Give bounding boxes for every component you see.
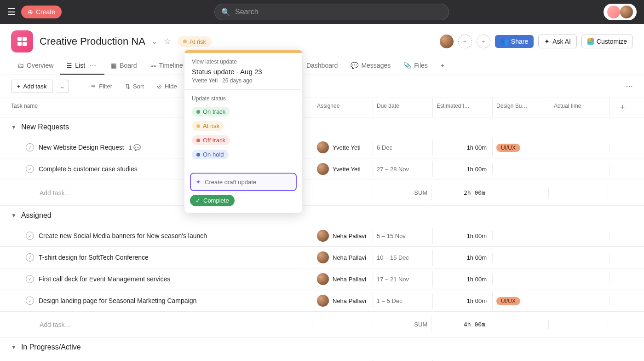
tab-more-icon[interactable]: ⋯ — [88, 62, 98, 69]
member-avatar[interactable] — [440, 35, 454, 48]
status-option-on-track[interactable]: On track — [192, 105, 295, 119]
menu-icon[interactable]: ☰ — [7, 6, 16, 17]
create-button[interactable]: ⊕ Create — [21, 6, 62, 18]
customize-button[interactable]: Customize — [581, 35, 633, 48]
status-chip[interactable]: At risk — [178, 36, 212, 47]
sort-label: Sort — [133, 83, 144, 90]
task-row[interactable]: Design landing page for Seasonal Marketi… — [0, 290, 644, 312]
tab-dashboard[interactable]: Dashboard — [300, 57, 345, 75]
collapse-icon[interactable]: ▼ — [11, 344, 17, 350]
due-date[interactable]: 27 – 28 Nov — [373, 161, 432, 177]
task-row[interactable]: T-shirt design for SoftTech Conference N… — [0, 247, 644, 268]
est-time[interactable]: 1h 00m — [432, 360, 492, 361]
assignee-avatar — [317, 163, 329, 175]
collapse-icon[interactable]: ▼ — [11, 212, 17, 219]
view-latest-link[interactable]: View latest update — [192, 58, 295, 65]
filter-button[interactable]: ⫧Filter — [86, 80, 117, 93]
col-est[interactable]: Estimated t… — [432, 98, 492, 117]
est-time[interactable]: 1h 00m — [432, 271, 492, 287]
status-option-off-track[interactable]: Off track — [192, 133, 295, 147]
tab-files[interactable]: 📎Files — [397, 57, 434, 75]
filter-icon: ⫧ — [90, 83, 96, 90]
status-option-on-hold[interactable]: On hold — [192, 147, 295, 162]
tab-list[interactable]: ☰List⋯ — [60, 57, 104, 75]
task-row[interactable]: New Website Design Request1💬 Yvette Yeti… — [0, 137, 644, 158]
est-time[interactable]: 1h 00m — [432, 161, 492, 177]
status-update-title[interactable]: Status update - Aug 23 — [192, 68, 295, 76]
task-row[interactable]: Update logos with new official font for … — [0, 357, 644, 361]
tab-label: Timeline — [159, 62, 183, 69]
tab-timeline[interactable]: ⫘Timeline — [144, 57, 190, 75]
actual-time[interactable] — [550, 143, 610, 152]
filter-label: Filter — [99, 83, 112, 90]
complete-checkbox[interactable] — [26, 232, 34, 240]
task-title: T-shirt design for SoftTech Conference — [39, 254, 149, 261]
due-date[interactable]: 17 – 21 Nov — [373, 271, 432, 287]
due-date[interactable]: 24 Nov – 5 Dec — [373, 360, 432, 361]
share-button[interactable]: 👥 Share — [495, 35, 534, 48]
design-tag[interactable]: UI/UX — [496, 297, 520, 305]
project-icon[interactable] — [11, 30, 33, 52]
search-input[interactable]: 🔍 Search — [214, 4, 449, 20]
due-date[interactable]: 1 – 5 Dec — [373, 293, 432, 309]
hide-button[interactable]: ⊘Hide — [152, 80, 182, 93]
section-header[interactable]: ▼ In Progress/Active — [0, 338, 644, 357]
sort-button[interactable]: ⇅Sort — [121, 80, 149, 93]
task-title: Complete 5 customer case studies — [39, 165, 138, 173]
timeline-icon: ⫘ — [150, 62, 156, 69]
add-task-button[interactable]: +Add task — [11, 80, 52, 93]
est-time[interactable]: 1h 00m — [432, 228, 492, 244]
complete-checkbox[interactable] — [26, 143, 34, 151]
design-tag[interactable]: UI/UX — [496, 144, 520, 152]
complete-checkbox[interactable] — [26, 253, 34, 262]
due-date[interactable]: 6 Dec — [373, 140, 432, 156]
create-draft-button[interactable]: ✦ Create draft update — [190, 173, 297, 191]
add-column-button[interactable]: + — [610, 98, 635, 117]
add-task-placeholder: Add task… — [40, 189, 71, 197]
topbar: ☰ ⊕ Create 🔍 Search — [0, 0, 644, 24]
task-row[interactable]: First call deck for Event Management ser… — [0, 268, 644, 290]
complete-checkbox[interactable] — [26, 275, 34, 283]
collapse-icon[interactable]: ▼ — [11, 124, 17, 130]
complete-checkbox[interactable] — [26, 297, 34, 305]
due-date[interactable]: 10 – 15 Dec — [373, 250, 432, 266]
task-row[interactable]: Complete 5 customer case studies Yvette … — [0, 158, 644, 180]
add-task-dropdown[interactable]: ⌄ — [56, 80, 69, 93]
status-option-at-risk[interactable]: At risk — [192, 119, 295, 133]
est-time[interactable]: 1h 00m — [432, 293, 492, 309]
hide-label: Hide — [165, 83, 177, 90]
add-task-row[interactable]: Add task… SUM 2h 00m — [0, 180, 644, 206]
task-title: New Website Design Request — [39, 144, 124, 151]
topbar-avatars[interactable] — [604, 4, 637, 20]
add-member-icon[interactable]: + — [458, 35, 472, 48]
complete-checkbox[interactable] — [26, 165, 34, 173]
section-header[interactable]: ▼ New Requests — [0, 117, 644, 137]
chevron-down-icon[interactable]: ⌄ — [152, 38, 157, 45]
tab-messages[interactable]: 💬Messages — [344, 57, 397, 75]
col-actual[interactable]: Actual time — [550, 98, 610, 117]
tab-add[interactable]: + — [434, 57, 451, 75]
task-row[interactable]: Create new Social Media banners for New … — [0, 225, 644, 247]
search-placeholder: Search — [235, 8, 259, 16]
section-header[interactable]: ▼ Assigned — [0, 206, 644, 225]
col-design[interactable]: Design Su… — [492, 98, 550, 117]
tab-board[interactable]: ▦Board — [104, 57, 143, 75]
col-assignee[interactable]: Assignee — [313, 98, 373, 117]
more-icon[interactable]: ⋯ — [626, 82, 633, 91]
est-time[interactable]: 1h 00m — [432, 140, 492, 156]
assignee-name: Neha Pallavi — [333, 254, 366, 261]
add-member-icon-2[interactable]: + — [477, 35, 490, 48]
due-date[interactable]: 5 – 15 Nov — [373, 228, 432, 244]
star-icon[interactable]: ☆ — [164, 36, 171, 47]
comment-badge[interactable]: 1💬 — [129, 144, 141, 151]
est-time[interactable]: 1h 00m — [432, 250, 492, 266]
columns-header: Task name Assignee Due date Estimated t…… — [0, 98, 644, 117]
ask-ai-button[interactable]: ✦ Ask AI — [538, 35, 577, 48]
check-icon: ✓ — [196, 197, 201, 204]
board-icon: ▦ — [111, 62, 117, 69]
tab-overview[interactable]: 🗂Overview — [11, 57, 60, 75]
status-popover: View latest update Status update - Aug 2… — [184, 50, 303, 213]
col-due[interactable]: Due date — [373, 98, 432, 117]
add-task-row[interactable]: Add task… SUM 4h 00m — [0, 312, 644, 338]
complete-button[interactable]: ✓ Complete — [190, 195, 235, 206]
